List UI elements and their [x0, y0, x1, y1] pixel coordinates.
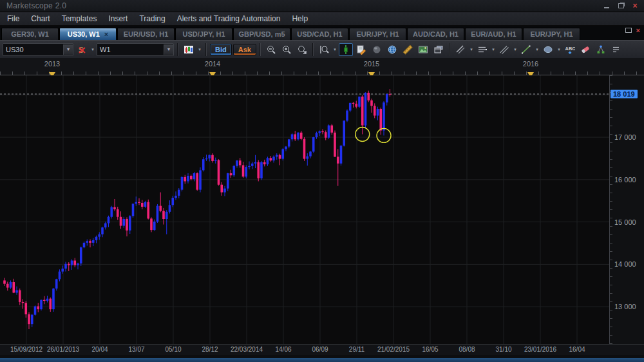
tab-usd-cad-h1[interactable]: USD/CAD, H1 — [291, 28, 348, 40]
candle-body — [300, 133, 303, 139]
sphere-icon[interactable] — [370, 43, 384, 56]
chart-close-icon[interactable]: × — [636, 28, 640, 33]
candle-body — [312, 137, 315, 151]
trend-lines-tool-caret[interactable]: ▾ — [469, 47, 474, 52]
toolbar-divider — [312, 43, 314, 56]
zoom-in-icon[interactable] — [279, 43, 294, 56]
candle-body — [365, 93, 367, 126]
image-icon[interactable] — [416, 43, 430, 56]
globe-icon[interactable] — [385, 43, 399, 56]
candlestick-chart[interactable] — [0, 75, 609, 344]
bid-button[interactable]: Bid — [210, 44, 232, 55]
candle-body — [239, 160, 242, 165]
share-icon[interactable] — [594, 43, 608, 56]
text-tool[interactable]: ABC — [563, 43, 577, 56]
candle-body — [218, 160, 220, 185]
candle-body — [171, 198, 174, 205]
period-select[interactable]: W1▾ — [97, 43, 174, 56]
tab-us30-w1[interactable]: US30, W1× — [59, 28, 117, 40]
candle-marker-toggle[interactable] — [339, 43, 353, 56]
date-axis-label: 26/01/2013 — [47, 346, 79, 353]
chart-plot-area[interactable] — [0, 75, 609, 344]
date-axis-label: 31/10 — [495, 346, 511, 353]
candle-body — [279, 155, 281, 159]
tab-eur-usd-h1[interactable]: EUR/USD, H1 — [117, 28, 175, 40]
strategy-icon[interactable]: S — [75, 43, 89, 56]
menu-item-help[interactable]: Help — [286, 13, 314, 24]
tab-usd-jpy-h1[interactable]: USD/JPY, H1 — [175, 28, 232, 40]
date-axis[interactable]: 15/09/201226/01/201320/0413/0705/1028/12… — [0, 344, 644, 356]
candle-body — [205, 158, 208, 159]
zoom-selection-icon[interactable] — [317, 43, 331, 56]
tab-gbp-usd-m5[interactable]: GBP/USD, m5 — [233, 28, 290, 40]
candle-body — [110, 207, 113, 217]
menu-item-file[interactable]: File — [1, 13, 25, 24]
trend-lines-tool[interactable] — [453, 43, 468, 56]
minimize-button[interactable] — [601, 2, 612, 10]
ask-button[interactable]: Ask — [233, 44, 256, 55]
date-axis-label: 05/10 — [165, 346, 181, 353]
note-icon[interactable] — [354, 43, 368, 56]
candle-body — [49, 299, 52, 309]
zoom-box-icon[interactable] — [295, 43, 309, 56]
timeline-ruler — [0, 71, 644, 75]
toolbar: US30▾S▾W1▾▾BidAsk▾▾▾▾▾▾ABC — [0, 40, 644, 59]
candle-body — [175, 196, 177, 198]
candle-body — [187, 176, 189, 182]
ellipse-tool[interactable] — [541, 43, 555, 56]
candle-body — [236, 160, 238, 166]
menu-item-chart[interactable]: Chart — [25, 13, 55, 24]
chevron-down-icon[interactable]: ▾ — [63, 44, 73, 55]
export-icon[interactable] — [431, 43, 446, 56]
ruler-icon[interactable] — [401, 43, 415, 56]
trendline-tool-caret[interactable]: ▾ — [535, 47, 540, 52]
tab-label: EUR/JPY, H1 — [356, 30, 399, 38]
tab-eur-jpy-h1[interactable]: EUR/JPY, H1 — [349, 28, 406, 40]
price-axis[interactable]: 18 019 17 00016 00015 00014 00013 000 — [609, 75, 644, 344]
candle-body — [257, 162, 260, 178]
tab-label: USD/CAD, H1 — [297, 30, 342, 38]
menu-item-alerts-and-trading-automation[interactable]: Alerts and Trading Automation — [171, 13, 287, 24]
zoom-selection-icon-caret[interactable]: ▾ — [332, 47, 337, 52]
candle-body — [80, 247, 82, 263]
tab-close-icon[interactable]: × — [104, 30, 108, 38]
app-title: Marketscope 2.0 — [6, 1, 598, 10]
candle-body — [334, 133, 336, 157]
candle-body — [83, 243, 86, 247]
candle-body — [321, 131, 324, 132]
ellipse-tool-caret[interactable]: ▾ — [556, 47, 562, 52]
tab-aud-cad-h1[interactable]: AUD/CAD, H1 — [407, 28, 464, 40]
price-axis-label: 14 000 — [614, 260, 636, 268]
close-button[interactable]: × — [630, 2, 640, 10]
chevron-down-icon[interactable]: ▾ — [164, 44, 173, 55]
trendline-tool[interactable] — [519, 43, 533, 56]
menu-item-trading[interactable]: Trading — [133, 13, 171, 24]
candle-body — [285, 147, 287, 149]
date-axis-label: 21/02/2015 — [377, 346, 410, 353]
restore-button[interactable] — [616, 2, 626, 10]
year-timeline[interactable]: 2013201420152016 — [0, 58, 644, 75]
zoom-out-icon[interactable] — [264, 43, 278, 56]
strategy-icon-caret[interactable]: ▾ — [90, 47, 95, 52]
chart-options-icon[interactable] — [609, 43, 623, 56]
candle-body — [101, 227, 104, 234]
candle-body — [68, 264, 70, 265]
candle-body — [34, 307, 37, 315]
tab-eur-jpy-h1[interactable]: EUR/JPY, H1 — [523, 28, 580, 40]
tab-ger30-w1[interactable]: GER30, W1 — [1, 28, 59, 40]
menu-item-templates[interactable]: Templates — [56, 13, 103, 24]
candle-body — [343, 120, 345, 146]
candle-body — [120, 217, 122, 226]
candle-body — [232, 166, 235, 175]
eraser-tool[interactable] — [578, 43, 592, 56]
horizontal-lines-tool-caret[interactable]: ▾ — [491, 47, 496, 52]
horizontal-lines-tool[interactable] — [475, 43, 489, 56]
menu-item-insert[interactable]: Insert — [102, 13, 133, 24]
symbol-select[interactable]: US30▾ — [3, 43, 73, 56]
chart-type-icon-caret[interactable]: ▾ — [197, 47, 202, 52]
chart-restore-icon[interactable] — [625, 28, 632, 33]
channel-tool-caret[interactable]: ▾ — [513, 47, 518, 52]
tab-eur-aud-h1[interactable]: EUR/AUD, H1 — [465, 28, 522, 40]
chart-type-icon[interactable] — [182, 43, 196, 56]
channel-tool[interactable] — [497, 43, 511, 56]
